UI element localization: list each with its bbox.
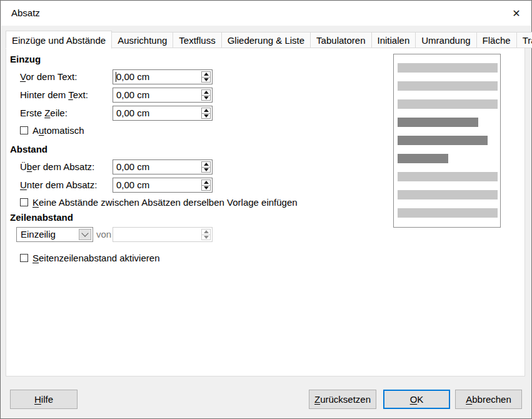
spin-down-button xyxy=(202,235,210,240)
preview-panel xyxy=(393,54,501,228)
arrow-down-icon xyxy=(204,186,209,189)
checkbox-label: Keine Abstände zwischen Absätzen derselb… xyxy=(33,197,298,208)
spinner-buttons xyxy=(201,89,211,101)
tab-transparenz[interactable]: Transparenz xyxy=(516,32,532,48)
section-header-einzug: Einzug xyxy=(10,54,41,64)
spin-down-button[interactable] xyxy=(202,95,210,101)
spacing-above-paragraph-input[interactable]: 0,00 cm xyxy=(113,159,213,174)
preview-bar xyxy=(398,172,498,181)
label-erste-zeile: Erste Zeile: xyxy=(20,106,68,121)
arrow-down-icon xyxy=(204,114,209,118)
preview-bar xyxy=(398,208,498,218)
spin-down-button[interactable] xyxy=(202,185,210,191)
spinner-buttons xyxy=(201,229,211,240)
arrow-up-icon xyxy=(204,230,209,233)
ok-button[interactable]: OK xyxy=(383,390,450,409)
spin-up-button xyxy=(202,230,210,235)
checkbox-keine-abstaende[interactable]: Keine Abstände zwischen Absätzen derselb… xyxy=(20,197,298,208)
tab-ausrichtung[interactable]: Ausrichtung xyxy=(111,32,173,48)
label-unter-dem-absatz: Unter dem Absatz: xyxy=(20,178,97,193)
line-spacing-dropdown[interactable]: Einzeilig xyxy=(16,227,93,242)
label-vor-dem-text: Vor dem Text: xyxy=(20,69,77,84)
spacing-below-paragraph-input[interactable]: 0,00 cm xyxy=(113,178,213,193)
reset-button-label: Zurücksetzen xyxy=(314,394,371,405)
preview-bar xyxy=(398,99,498,109)
checkbox-label: Seitenzeilenabstand aktivieren xyxy=(33,253,159,263)
preview-bar xyxy=(398,190,498,199)
arrow-down-icon xyxy=(204,96,209,99)
ok-button-label: OK xyxy=(410,394,424,405)
section-header-zeilenabstand: Zeilenabstand xyxy=(10,212,73,223)
line-spacing-value-input xyxy=(113,227,213,242)
arrow-down-icon xyxy=(204,168,209,171)
spinner-buttons xyxy=(201,108,211,119)
arrow-up-icon xyxy=(204,109,209,112)
arrow-up-icon xyxy=(204,73,209,76)
tab-einzuege-und-abstaende[interactable]: Einzüge und Abstände xyxy=(6,31,112,49)
tab-initialen[interactable]: Initialen xyxy=(371,32,416,48)
spin-up-button[interactable] xyxy=(202,180,210,185)
arrow-down-icon xyxy=(204,236,209,239)
arrow-up-icon xyxy=(204,181,209,184)
tab-textfluss[interactable]: Textfluss xyxy=(173,32,221,48)
preview-bar xyxy=(398,81,498,91)
tab-gliederung-liste[interactable]: Gliederung & Liste xyxy=(221,32,311,48)
arrow-down-icon xyxy=(204,78,209,81)
reset-button[interactable]: Zurücksetzen xyxy=(309,390,376,409)
checkbox-icon xyxy=(20,126,28,134)
checkbox-icon xyxy=(20,198,28,206)
spin-up-button[interactable] xyxy=(202,72,210,77)
close-button[interactable]: ✕ xyxy=(502,1,531,26)
spin-down-button[interactable] xyxy=(202,77,210,83)
title-bar[interactable]: Absatz ✕ xyxy=(1,1,531,26)
indent-before-text-input[interactable]: 0,00 cm xyxy=(113,69,213,84)
first-line-indent-input[interactable]: 0,00 cm xyxy=(113,106,213,121)
arrow-up-icon xyxy=(204,163,209,166)
spin-up-button[interactable] xyxy=(202,90,210,95)
spinner-buttons xyxy=(201,71,211,83)
help-button-label: Hilfe xyxy=(34,394,53,405)
preview-bar xyxy=(398,118,478,127)
cancel-button-label: Abbrechen xyxy=(466,394,511,405)
tab-tabulatoren[interactable]: Tabulatoren xyxy=(310,32,371,48)
close-icon: ✕ xyxy=(512,8,520,19)
spin-down-button[interactable] xyxy=(202,167,210,173)
checkbox-icon xyxy=(20,254,28,262)
paragraph-dialog: Absatz ✕ Einzüge und Abstände Ausrichtun… xyxy=(0,0,532,419)
label-hinter-dem-text: Hinter dem Text: xyxy=(20,88,88,103)
chevron-down-icon xyxy=(81,230,88,236)
checkbox-automatisch[interactable]: Automatisch xyxy=(20,125,84,136)
spin-up-button[interactable] xyxy=(202,162,210,167)
preview-bar xyxy=(398,154,448,163)
spinner-buttons xyxy=(201,161,211,173)
spin-down-button[interactable] xyxy=(202,113,210,119)
indent-after-text-input[interactable]: 0,00 cm xyxy=(113,88,213,103)
preview-bar xyxy=(398,136,488,145)
arrow-up-icon xyxy=(204,91,209,94)
section-header-abstand: Abstand xyxy=(10,144,48,154)
tab-strip: Einzüge und Abstände Ausrichtung Textflu… xyxy=(6,30,532,48)
tab-umrandung[interactable]: Umrandung xyxy=(415,32,476,48)
dropdown-button[interactable] xyxy=(79,229,91,240)
checkbox-label: Automatisch xyxy=(33,125,84,136)
dialog-title: Absatz xyxy=(11,8,40,18)
cancel-button[interactable]: Abbrechen xyxy=(455,390,522,409)
label-von: von xyxy=(96,227,111,242)
label-ueber-dem-absatz: Über dem Absatz: xyxy=(20,159,94,174)
preview-bar xyxy=(398,63,498,73)
checkbox-seitenzeilenabstand[interactable]: Seitenzeilenabstand aktivieren xyxy=(20,253,159,263)
tab-page-indents-spacing: Einzug Vor dem Text: 0,00 cm Hinter dem … xyxy=(6,48,525,376)
spin-up-button[interactable] xyxy=(202,108,210,113)
tab-flaeche[interactable]: Fläche xyxy=(476,32,517,48)
help-button[interactable]: Hilfe xyxy=(10,390,78,409)
spinner-buttons xyxy=(201,179,211,191)
